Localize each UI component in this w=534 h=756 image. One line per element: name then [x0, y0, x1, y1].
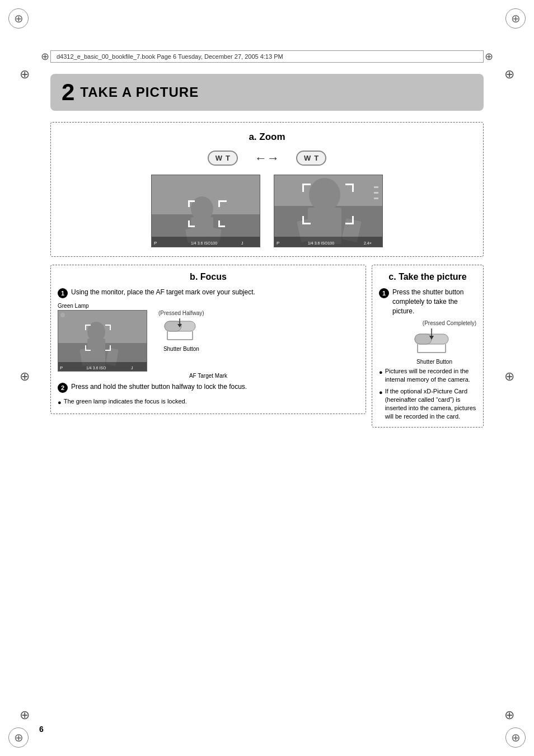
svg-rect-34 [374, 198, 378, 199]
svg-rect-59 [165, 321, 181, 331]
shutter-button-label-focus: Shutter Button [158, 346, 204, 352]
chapter-title: TAKE A PICTURE [80, 84, 199, 100]
zoom-tele-svg: P 1/4 3.6 ISO100 2.4× [274, 175, 383, 247]
svg-rect-51 [85, 345, 86, 351]
svg-text:J: J [131, 366, 133, 370]
chapter-heading: 2 TAKE A PICTURE [50, 74, 484, 111]
zoom-wide-svg: P 1/4 3.6 ISO100 J [152, 175, 260, 247]
pressed-completely-container: (Pressed Completely) Shutter Button [392, 320, 476, 365]
svg-rect-32 [374, 186, 378, 188]
svg-rect-29 [302, 216, 304, 224]
zoom-image-wide-inner: P 1/4 3.6 ISO100 J [152, 175, 260, 247]
take-picture-title: c. Take the picture [379, 272, 476, 282]
focus-image: P 1/4 3.6 ISO J [58, 310, 147, 372]
green-lamp-label: Green Lamp [58, 303, 359, 309]
zoom-image-wide: P 1/4 3.6 ISO100 J [151, 175, 260, 247]
svg-point-20 [309, 178, 340, 212]
corner-target-bl [8, 727, 29, 748]
zoom-arrow: ←→ [255, 151, 279, 166]
focus-bullet1-text: The green lamp indicates the focus is lo… [64, 397, 187, 407]
svg-rect-66 [415, 334, 432, 344]
svg-text:P: P [60, 365, 63, 370]
svg-text:J: J [241, 241, 243, 245]
shutter-halfway-illustration [159, 318, 204, 344]
pressed-halfway-container: (Pressed Halfway) [158, 310, 204, 352]
corner-target-tl [8, 8, 29, 29]
zoom-t-right: T [314, 154, 318, 162]
svg-text:P: P [154, 241, 157, 246]
svg-rect-13 [218, 220, 220, 227]
focus-step1: 1 Using the monitor, place the AF target… [58, 288, 359, 298]
file-info: d4312_e_basic_00_bookfile_7.book Page 6 … [57, 53, 283, 60]
content-area: a. Zoom W T ←→ W T [50, 122, 484, 435]
focus-image-container: Green Lamp [58, 303, 359, 379]
svg-rect-7 [188, 200, 190, 207]
svg-rect-25 [302, 184, 304, 192]
svg-text:1/4 3.6 ISO: 1/4 3.6 ISO [86, 366, 106, 370]
svg-text:2.4×: 2.4× [364, 241, 372, 245]
svg-text:1/4 3.6 ISO100: 1/4 3.6 ISO100 [191, 241, 217, 245]
zoom-image-tele: P 1/4 3.6 ISO100 2.4× [274, 175, 383, 247]
take-bullet1-text: Pictures will be recorded in the interna… [385, 367, 476, 384]
take-step1: 1 Press the shutter button completely to… [379, 288, 476, 316]
svg-rect-8 [220, 200, 227, 202]
cross-mark-top-right: ⊕ [504, 67, 514, 82]
take-bullet2-text: If the optional xD-Picture Card (hereina… [385, 387, 476, 420]
focus-step2-text: Press and hold the shutter button halfwa… [71, 382, 247, 392]
zoom-image-tele-inner: P 1/4 3.6 ISO100 2.4× [274, 175, 382, 247]
corner-target-tr [505, 8, 526, 29]
zoom-button-right: W T [296, 151, 326, 166]
shutter-completely-illustration [409, 328, 460, 356]
svg-rect-9 [218, 200, 220, 207]
chapter-number: 2 [62, 81, 74, 104]
take-bullet2: ● If the optional xD-Picture Card (herei… [379, 387, 476, 420]
bottom-two-col: b. Focus 1 Using the monitor, place the … [50, 265, 484, 435]
svg-rect-11 [188, 220, 190, 227]
cross-mark-bot-right: ⊕ [504, 708, 514, 722]
pressed-halfway-label: (Pressed Halfway) [158, 310, 204, 316]
zoom-images-row: P 1/4 3.6 ISO100 J [62, 175, 472, 247]
focus-svg: P 1/4 3.6 ISO J [58, 311, 147, 372]
svg-rect-27 [352, 184, 354, 192]
svg-rect-31 [352, 216, 354, 224]
pressed-completely-label: (Pressed Completely) [392, 320, 476, 326]
focus-step2: 2 Press and hold the shutter button half… [58, 382, 359, 393]
zoom-buttons-row: W T ←→ W T [62, 151, 472, 166]
focus-step1-num: 1 [58, 288, 68, 298]
bullet-dot-take-2: ● [379, 388, 383, 420]
svg-rect-49 [110, 325, 111, 330]
corner-target-br [505, 727, 526, 748]
zoom-t-left: T [226, 154, 230, 162]
bullet-dot-1: ● [58, 398, 62, 407]
focus-step1-text: Using the monitor, place the AF target m… [71, 288, 255, 297]
focus-title: b. Focus [58, 272, 359, 282]
svg-rect-53 [110, 345, 111, 351]
svg-text:P: P [277, 241, 279, 246]
svg-rect-33 [374, 192, 378, 194]
cross-mark-mid-left: ⊕ [20, 369, 30, 384]
focus-bullet1: ● The green lamp indicates the focus is … [58, 397, 359, 407]
page: ⊕ ⊕ ⊕ ⊕ ⊕ ⊕ d4312_e_basic_00_bookfile_7.… [0, 0, 534, 756]
svg-text:1/4 3.6 ISO100: 1/4 3.6 ISO100 [308, 241, 334, 245]
header-bar: d4312_e_basic_00_bookfile_7.book Page 6 … [50, 50, 484, 63]
svg-rect-47 [85, 325, 86, 330]
page-number: 6 [39, 725, 44, 734]
zoom-title: a. Zoom [62, 132, 472, 143]
take-step1-num: 1 [379, 288, 389, 298]
zoom-w-right: W [304, 154, 311, 162]
zoom-section: a. Zoom W T ←→ W T [50, 122, 484, 257]
take-bullet1: ● Pictures will be recorded in the inter… [379, 367, 476, 384]
zoom-w-left: W [216, 154, 222, 162]
zoom-button-left: W T [208, 151, 238, 166]
cross-mark-mid-right: ⊕ [504, 369, 514, 384]
bullet-dot-take-1: ● [379, 368, 383, 384]
shutter-button-label-take: Shutter Button [392, 359, 476, 365]
svg-rect-45 [60, 313, 65, 317]
cross-mark-bot-left: ⊕ [20, 708, 30, 722]
take-step1-text: Press the shutter button completely to t… [392, 288, 476, 316]
take-picture-section: c. Take the picture 1 Press the shutter … [372, 265, 484, 428]
af-target-label: AF Target Mark [58, 373, 359, 379]
cross-mark-top-left: ⊕ [20, 67, 30, 82]
focus-section: b. Focus 1 Using the monitor, place the … [50, 265, 366, 414]
focus-step2-num: 2 [58, 383, 68, 393]
